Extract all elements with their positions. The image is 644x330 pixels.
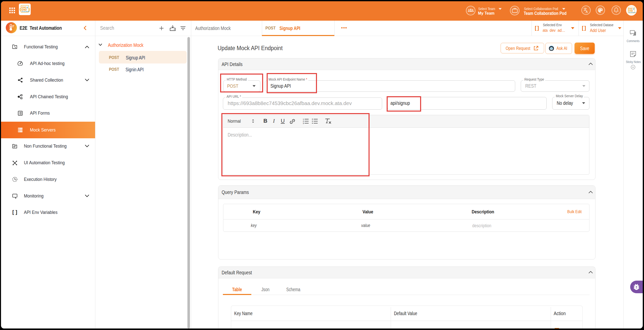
- svg-text:A: A: [586, 10, 588, 13]
- svg-text:{: {: [20, 7, 21, 11]
- svg-text:2: 2: [633, 8, 634, 10]
- svg-text:TEST AUTOMATION: TEST AUTOMATION: [22, 11, 30, 12]
- svg-text:END: END: [22, 8, 27, 11]
- svg-text:}: }: [29, 7, 30, 11]
- svg-text:TEST AUTOMATION: TEST AUTOMATION: [629, 12, 636, 13]
